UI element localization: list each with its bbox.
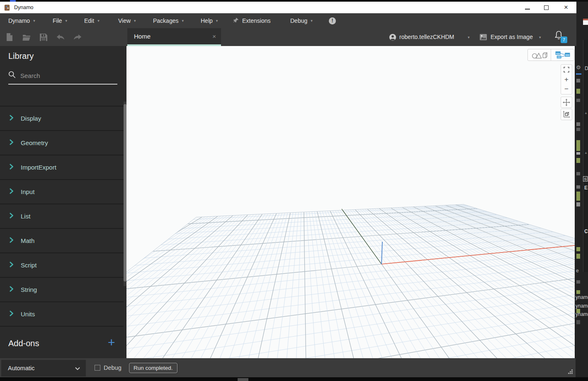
menu-dynamo[interactable]: Dynamo ▾ [8, 13, 35, 28]
category-importexport[interactable]: ImportExport [0, 155, 124, 180]
chevron-down-icon: ▾ [216, 19, 218, 23]
open-file-button[interactable] [22, 33, 31, 42]
minimap-block [576, 128, 580, 131]
category-label: Geometry [21, 139, 48, 146]
chevron-down-icon[interactable]: ▾ [468, 28, 470, 46]
geometry-view-button[interactable] [528, 49, 551, 61]
resize-grip-icon[interactable] [568, 369, 573, 376]
redo-button[interactable] [73, 33, 82, 42]
menu-label: Extensions [242, 17, 270, 24]
zoom-to-fit-icon [564, 67, 569, 73]
category-label: Math [21, 237, 34, 244]
save-icon [40, 34, 47, 41]
category-script[interactable]: Script [0, 253, 124, 278]
library-panel: Library Display Geometry ImportExport [0, 46, 126, 358]
save-button[interactable] [39, 33, 48, 42]
category-label: Display [21, 115, 41, 122]
maximize-icon [544, 5, 549, 10]
undo-icon [56, 34, 65, 40]
minimap-block [576, 320, 580, 324]
minimize-icon [525, 9, 530, 10]
chevron-right-icon [9, 164, 13, 171]
addons-title: Add-ons [8, 339, 39, 348]
pin-icon [233, 17, 239, 24]
export-as-image-button[interactable]: Export as Image [491, 28, 533, 46]
pan-button[interactable] [561, 97, 572, 108]
background-window-minimap [576, 0, 581, 381]
category-list[interactable]: List [0, 204, 124, 229]
chevron-down-icon: ▾ [33, 19, 35, 23]
image-icon [480, 34, 487, 42]
minimap-block [576, 280, 580, 284]
new-file-button[interactable] [5, 33, 14, 42]
chevron-down-icon: ▾ [66, 19, 68, 23]
chevron-down-icon [75, 364, 80, 372]
undo-button[interactable] [56, 33, 65, 42]
geometry-view-icon [531, 51, 548, 59]
category-input[interactable]: Input [0, 180, 124, 204]
minimap-block [576, 290, 580, 294]
minimize-button[interactable] [521, 2, 534, 13]
bottom-edge-strip [0, 377, 588, 381]
title-bar: Dynamo × [0, 2, 576, 13]
category-label: ImportExport [21, 164, 56, 171]
tab-home[interactable]: Home × [127, 28, 221, 46]
category-label: Script [21, 262, 36, 269]
menu-file[interactable]: File ▾ [53, 13, 67, 28]
category-units[interactable]: Units [0, 302, 124, 327]
zoom-to-fit-button[interactable] [561, 65, 572, 75]
graph-view-button[interactable] [551, 49, 574, 61]
category-geometry[interactable]: Geometry [0, 131, 124, 155]
open-folder-icon [22, 34, 31, 41]
zoom-in-button[interactable]: + [561, 75, 572, 85]
category-string[interactable]: String [0, 278, 124, 302]
run-mode-select[interactable]: Automatic [1, 360, 86, 376]
menu-extensions[interactable]: Extensions [233, 13, 270, 28]
chevron-right-icon [9, 237, 13, 245]
category-label: Units [21, 311, 35, 318]
toolbar: Home × roberto.tellezCKHDM ▾ Export as I… [0, 28, 576, 46]
tab-close-icon[interactable]: × [212, 28, 216, 45]
minimap-block [576, 79, 580, 83]
minimap-block [576, 140, 580, 151]
maximize-button[interactable] [540, 2, 553, 13]
category-label: Input [21, 188, 34, 195]
viewport-3d[interactable]: + − [126, 46, 575, 358]
minimap-block [576, 158, 580, 163]
search-input[interactable] [20, 72, 117, 79]
menu-packages[interactable]: Packages ▾ [153, 13, 184, 28]
menu-view[interactable]: View ▾ [118, 13, 136, 28]
user-avatar-icon [389, 34, 396, 43]
zoom-out-button[interactable]: − [561, 84, 572, 94]
zoom-controls: + − [561, 64, 572, 95]
graph-view-icon [555, 51, 571, 59]
library-search[interactable] [8, 71, 117, 85]
category-display[interactable]: Display [0, 107, 124, 131]
sidebar-scrollbar-thumb[interactable] [124, 104, 126, 282]
minimap-block [576, 185, 580, 189]
user-menu[interactable]: roberto.tellezCKHDM [399, 28, 454, 46]
menu-label: Dynamo [8, 17, 30, 24]
notifications-alert-icon[interactable]: ! [329, 17, 336, 24]
orbit-button[interactable] [561, 109, 572, 120]
status-bar: Automatic Debug Run completed. [0, 358, 576, 377]
window-title: Dynamo [14, 2, 34, 13]
chevron-right-icon [9, 115, 13, 122]
library-title: Library [8, 51, 34, 61]
chevron-down-icon[interactable]: ▾ [539, 28, 541, 46]
minimap-block [576, 172, 580, 175]
menu-debug[interactable]: Debug ▾ [290, 13, 313, 28]
collapse-arrow-icon: ▲ [584, 111, 588, 115]
menu-edit[interactable]: Edit ▾ [84, 13, 100, 28]
chevron-down-icon: ▾ [311, 19, 313, 23]
tab-home-label: Home [134, 28, 151, 45]
background-window-panel [583, 40, 588, 272]
close-button[interactable]: × [560, 2, 572, 13]
debug-checkbox[interactable] [95, 365, 100, 371]
menu-help[interactable]: Help ▾ [201, 13, 218, 28]
add-package-button[interactable]: + [108, 335, 115, 349]
category-math[interactable]: Math [0, 229, 124, 253]
minimap-block [576, 152, 580, 155]
minimap-block [576, 89, 580, 94]
background-window-letter: e [576, 268, 579, 274]
